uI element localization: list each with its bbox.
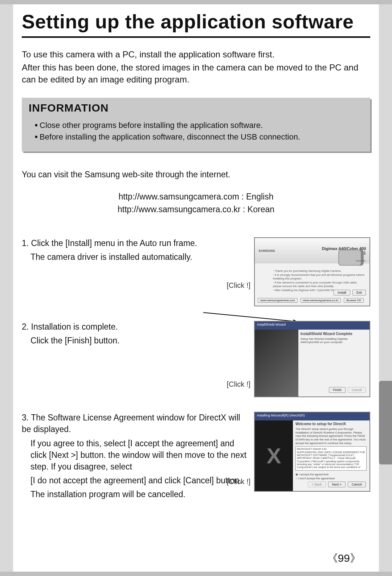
step-text: The installation program will be cancell… — [22, 488, 247, 500]
website-link-en: http://www.samsungcamera.com : English — [22, 190, 370, 203]
window-titlebar: InstallShield Wizard — [255, 322, 369, 330]
step-text: If you agree to this, select [I accept t… — [22, 438, 247, 473]
cancel-button[interactable]: Cancel — [348, 482, 366, 487]
screenshot-directx-license: Installing Microsoft(R) DirectX(R) X Wel… — [254, 412, 370, 492]
window-titlebar: Installing Microsoft(R) DirectX(R) — [255, 412, 369, 420]
screenshot-installer: SAMSUNG Digimax A40/Cyber 400 KENOX Q1 I… — [254, 237, 370, 306]
click-label: [Click !] — [226, 379, 250, 389]
accept-radio[interactable]: I accept the agreement — [295, 473, 367, 476]
finish-button[interactable]: Finish — [329, 387, 346, 393]
cancel-button: Cancel — [348, 387, 366, 393]
page-number: 《99》 — [327, 551, 361, 566]
click-label: [Click !] — [226, 280, 250, 290]
intro-line: After this has been done, the stored ima… — [22, 62, 370, 85]
eula-line: IMPORTANT: READ CAREFULLY - These Micros… — [297, 457, 365, 469]
step-text: Click the [Finish] button. — [22, 335, 247, 346]
page-side-tab — [379, 381, 392, 464]
wizard-heading: InstallShield Wizard Complete — [301, 332, 367, 336]
website-lead: You can visit the Samsung web-site throu… — [22, 170, 370, 180]
wizard-sidebar-graphic — [255, 330, 298, 396]
installer-note: It is strongly recommended that you exit… — [273, 273, 366, 281]
step-text: The camera driver is installed automatic… — [22, 251, 247, 263]
installer-note: If the camera is connected to your compu… — [273, 281, 366, 288]
eula-line: SUPPLEMENTAL END USER LICENSE AGREEMENT … — [297, 451, 365, 457]
installer-note: Thank you for purchasing Samsung Digital… — [273, 269, 366, 273]
step-number: 1. — [22, 238, 29, 248]
information-bullet: Before installing the application softwa… — [34, 132, 358, 142]
wizard-heading: Welcome to setup for DirectX — [295, 422, 367, 426]
footer-link[interactable]: www.samsungcamera.co.kr — [301, 298, 341, 303]
step-text: Installation is complete. — [31, 322, 118, 331]
information-heading: INFORMATION — [22, 98, 370, 117]
decline-radio[interactable]: I don't accept the agreement — [295, 477, 367, 480]
intro-line: To use this camera with a PC, install th… — [22, 49, 370, 60]
eula-line: MICROSOFT DirectX 9.0c — [297, 448, 365, 451]
svg-line-0 — [203, 313, 298, 322]
click-label: [Click !] — [226, 476, 250, 487]
wizard-text: The DirectX setup wizard guides you thro… — [295, 427, 367, 445]
page-title: Setting up the application software — [22, 10, 370, 38]
step-text: Click the [Install] menu in the Auto run… — [31, 238, 197, 248]
step-text: The Software License Agreement window fo… — [22, 413, 240, 434]
step-text: [I do not accept the agreement] and clic… — [22, 475, 247, 486]
screenshot-install-complete: InstallShield Wizard InstallShield Wizar… — [254, 321, 370, 397]
next-button[interactable]: Next > — [328, 482, 346, 487]
wizard-text: Setup has finished installing Digimax A4… — [301, 337, 367, 344]
intro-paragraph: To use this camera with a PC, install th… — [22, 49, 370, 85]
exit-button[interactable]: Exit — [352, 290, 366, 295]
directx-x-icon: X — [255, 420, 293, 491]
footer-link[interactable]: www.samsungcamera.com — [258, 298, 298, 303]
install-button[interactable]: Install — [334, 290, 350, 295]
browse-cd-button[interactable]: Browse CD — [344, 298, 363, 303]
step-number: 3. — [22, 413, 29, 422]
installer-brand: SAMSUNG — [258, 249, 275, 253]
installer-badge: Installer — [356, 259, 366, 262]
information-bullet: Close other programs before installing t… — [34, 121, 358, 130]
information-box: INFORMATION Close other programs before … — [22, 98, 370, 152]
website-link-kr: http://www.samsungcamera.co.kr : Korean — [22, 203, 370, 216]
step-number: 2. — [22, 322, 29, 331]
back-button: < Back — [308, 482, 326, 487]
camera-icon — [338, 250, 364, 266]
